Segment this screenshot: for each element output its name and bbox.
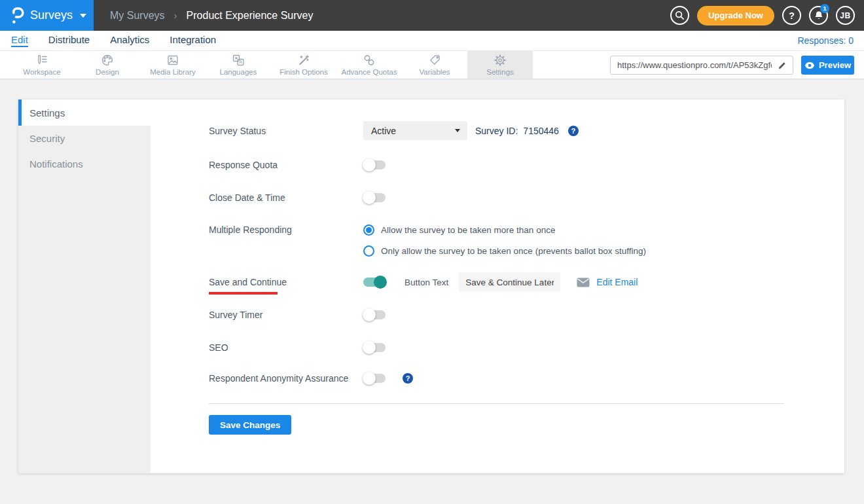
svg-text:A: A: [239, 60, 242, 64]
section-tab-bar: Edit Distribute Analytics Integration Re…: [0, 31, 864, 51]
page-title: Product Experience Survey: [187, 10, 314, 22]
workspace-icon: [35, 54, 48, 67]
user-avatar[interactable]: JB: [836, 6, 855, 25]
design-icon: [101, 54, 114, 67]
save-and-continue-label: Save and Continue: [209, 277, 363, 287]
anonymity-toggle[interactable]: [363, 374, 386, 383]
survey-url-input[interactable]: [610, 56, 793, 75]
preview-button[interactable]: Preview: [801, 56, 854, 75]
survey-timer-toggle[interactable]: [363, 310, 386, 319]
toolbar-item-advance-quotas[interactable]: Advance Quotas: [336, 51, 402, 79]
save-and-continue-row: Save and Continue Button Text Edit Email: [209, 272, 784, 292]
close-date-toggle[interactable]: [363, 193, 386, 202]
radio-allow-multiple[interactable]: Allow the survey to be taken more than o…: [363, 225, 646, 236]
search-button[interactable]: [670, 6, 689, 25]
survey-id-label: Survey ID:: [475, 126, 518, 136]
anonymity-row: Respondent Anonymity Assurance ?: [209, 373, 784, 384]
chevron-down-icon: [455, 129, 460, 132]
save-changes-row: Save Changes: [209, 415, 784, 435]
survey-status-label: Survey Status: [209, 126, 363, 136]
product-menu[interactable]: Surveys: [0, 0, 94, 31]
languages-icon: ★ A: [232, 54, 245, 67]
question-mark-icon: ?: [789, 10, 795, 21]
tab-integration[interactable]: Integration: [170, 34, 216, 47]
top-header: Surveys My Surveys › Product Experience …: [0, 0, 864, 31]
toolbar-item-languages[interactable]: ★ A Languages: [206, 51, 271, 79]
toolbar-item-workspace[interactable]: Workspace: [9, 51, 75, 79]
notification-badge: 1: [820, 4, 829, 13]
close-date-label: Close Date & Time: [209, 192, 363, 203]
response-quota-toggle[interactable]: [363, 160, 386, 170]
header-actions: Upgrade Now ? 1 JB: [670, 6, 864, 26]
survey-status-row: Survey Status Active Survey ID: 7150446 …: [209, 121, 784, 140]
survey-url-group: Preview: [610, 56, 854, 75]
multiple-responding-label: Multiple Responding: [209, 225, 363, 235]
save-changes-button[interactable]: Save Changes: [209, 415, 291, 435]
red-underline-highlight: [209, 292, 278, 295]
button-text-label: Button Text: [405, 278, 448, 287]
breadcrumb-my-surveys[interactable]: My Surveys: [110, 10, 165, 22]
product-menu-label: Surveys: [30, 9, 73, 22]
advance-quotas-icon: [363, 54, 376, 67]
chevron-down-icon: [80, 14, 86, 18]
tab-analytics[interactable]: Analytics: [110, 34, 149, 47]
sidebar-item-settings[interactable]: Settings: [18, 99, 151, 126]
toolbar-item-design[interactable]: Design: [75, 51, 140, 79]
tab-distribute[interactable]: Distribute: [48, 34, 90, 47]
settings-sidebar: Settings Security Notifications: [18, 99, 151, 473]
toolbar-item-finish-options[interactable]: Finish Options: [271, 51, 336, 79]
response-quota-row: Response Quota: [209, 160, 784, 170]
save-and-continue-toggle[interactable]: [363, 278, 386, 287]
radio-unselected-icon: [363, 245, 374, 257]
tab-edit[interactable]: Edit: [11, 34, 28, 47]
page-content: Settings Security Notifications Survey S…: [0, 80, 864, 503]
survey-status-select[interactable]: Active: [363, 121, 467, 140]
settings-form: Survey Status Active Survey ID: 7150446 …: [209, 99, 784, 435]
survey-timer-label: Survey Timer: [209, 310, 363, 320]
edit-email-link[interactable]: Edit Email: [596, 277, 638, 287]
seo-row: SEO: [209, 342, 784, 353]
notifications-button[interactable]: 1: [809, 6, 828, 25]
upgrade-now-button[interactable]: Upgrade Now: [697, 6, 774, 26]
variables-icon: [428, 54, 441, 67]
settings-card: Settings Security Notifications Survey S…: [18, 99, 844, 473]
radio-selected-icon: [363, 225, 374, 236]
survey-id-help-icon[interactable]: ?: [568, 126, 579, 136]
breadcrumb-separator: ›: [174, 10, 177, 21]
help-button[interactable]: ?: [782, 6, 801, 25]
multiple-responding-row: Multiple Responding Allow the survey to …: [209, 225, 784, 257]
multiple-responding-options: Allow the survey to be taken more than o…: [363, 225, 646, 257]
edit-toolbar: Workspace Design Media Library ★: [0, 51, 864, 80]
responses-count: Responses: 0: [797, 35, 854, 46]
anonymity-help-icon[interactable]: ?: [403, 373, 413, 384]
anonymity-label: Respondent Anonymity Assurance: [209, 373, 363, 384]
toolbar-item-media-library[interactable]: Media Library: [140, 51, 206, 79]
response-quota-label: Response Quota: [209, 160, 363, 170]
survey-id-value: 7150446: [523, 126, 559, 136]
radio-allow-once[interactable]: Only allow the survey to be taken once (…: [363, 245, 646, 257]
finish-options-icon: [297, 54, 310, 67]
sidebar-item-security[interactable]: Security: [18, 126, 151, 151]
seo-label: SEO: [209, 342, 363, 353]
search-icon: [675, 10, 685, 20]
email-envelope-icon[interactable]: [577, 278, 590, 287]
seo-toggle[interactable]: [363, 343, 386, 352]
sidebar-item-notifications[interactable]: Notifications: [18, 151, 151, 177]
toolbar-item-variables[interactable]: Variables: [402, 51, 467, 79]
questionpro-logo-icon: [10, 7, 24, 25]
media-library-icon: [166, 54, 179, 67]
toolbar-item-settings[interactable]: Settings: [467, 51, 533, 79]
close-date-row: Close Date & Time: [209, 192, 784, 203]
form-divider: [209, 403, 784, 404]
survey-timer-row: Survey Timer: [209, 310, 784, 320]
svg-text:★: ★: [234, 56, 238, 60]
eye-icon: [804, 62, 815, 69]
breadcrumb: My Surveys › Product Experience Survey: [110, 10, 313, 22]
avatar-initials: JB: [840, 11, 850, 20]
edit-url-pencil-icon[interactable]: [778, 60, 787, 73]
settings-icon: [494, 54, 507, 67]
button-text-input[interactable]: [459, 272, 560, 292]
